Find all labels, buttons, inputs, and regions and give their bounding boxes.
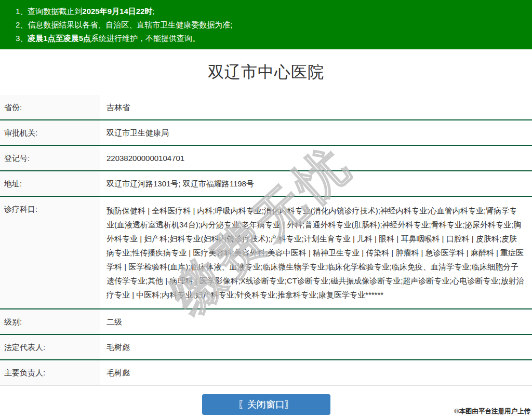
row-value: 双辽市卫生健康局 [100, 120, 532, 145]
notice-banner: 1、查询数据截止到2025年9月14日22时; 2、信息数据结果以各省、自治区、… [0, 0, 532, 49]
row-label: 登记号: [0, 146, 100, 170]
row-value: 220382000000104701 [100, 146, 532, 170]
notice-text: 查询数据截止到 [28, 7, 82, 16]
table-row-approval-authority: 审批机关: 双辽市卫生健康局 [0, 120, 532, 146]
table-row-address: 地址: 双辽市辽河路1301号; 双辽市福耀路1198号 [0, 171, 532, 197]
close-window-button[interactable]: 〖关闭窗口〗 [202, 394, 330, 415]
row-value: 双辽市辽河路1301号; 双辽市福耀路1198号 [100, 171, 532, 196]
row-value: 毛树彪 [100, 360, 532, 385]
row-label: 法定代表人: [0, 335, 100, 359]
notice-text-bold: 2025年9月14日22时 [82, 7, 152, 16]
notice-line: 1、查询数据截止到2025年9月14日22时; [16, 5, 527, 18]
table-row-level: 级别: 二级 [0, 309, 532, 335]
hospital-detail-table: 省份: 吉林省 审批机关: 双辽市卫生健康局 登记号: 220382000000… [0, 95, 532, 386]
notice-line: 2、信息数据结果以各省、自治区、直辖市卫生健康委数据为准; [16, 18, 527, 32]
notice-number: 3、 [16, 34, 28, 43]
row-label: 级别: [0, 309, 100, 334]
table-row-medical-departments: 诊疗科目: 预防保健科 | 全科医疗科 | 内科;呼吸内科专业;消化内科专业(消… [0, 197, 532, 309]
table-row-legal-representative: 法定代表人: 毛树彪 [0, 335, 532, 360]
button-area: 〖关闭窗口〗 [0, 394, 532, 415]
notice-text-bold: 凌晨1点至凌晨5点 [28, 34, 91, 43]
row-label: 诊疗科目: [0, 197, 100, 308]
row-value: 毛树彪 [100, 335, 532, 359]
table-row-registration-number: 登记号: 220382000000104701 [0, 146, 532, 171]
table-row-province: 省份: 吉林省 [0, 95, 532, 120]
notice-line: 3、凌晨1点至凌晨5点系统进行维护，不能提供查询。 [16, 32, 527, 45]
notice-number: 1、 [16, 7, 28, 16]
row-value: 吉林省 [100, 95, 532, 119]
row-value: 预防保健科 | 全科医疗科 | 内科;呼吸内科专业;消化内科专业(消化内镜诊疗技… [100, 197, 532, 308]
row-label: 省份: [0, 95, 100, 119]
row-label: 审批机关: [0, 120, 100, 145]
row-value: 二级 [100, 309, 532, 334]
notice-text: 系统进行维护，不能提供查询。 [91, 34, 200, 43]
page-title: 双辽市中心医院 [208, 61, 324, 83]
row-label: 地址: [0, 171, 100, 196]
notice-text: ; [152, 7, 154, 16]
notice-text: 信息数据结果以各省、自治区、直辖市卫生健康委数据为准; [28, 20, 232, 29]
table-row-person-in-charge: 主要负责人: 毛树彪 [0, 360, 532, 386]
attribution-note: ©本图由平台注册用户上传 [454, 407, 530, 416]
row-label: 主要负责人: [0, 360, 100, 385]
notice-number: 2、 [16, 20, 28, 29]
title-area: 双辽市中心医院 [0, 49, 532, 95]
